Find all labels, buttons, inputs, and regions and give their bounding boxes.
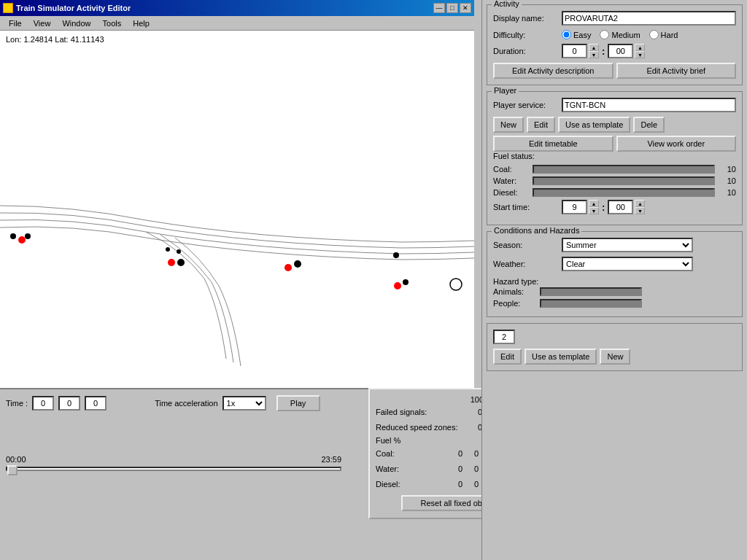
player-service-input[interactable] [562, 98, 736, 112]
start-time-hours-btns: ▲ ▼ [589, 200, 599, 214]
traffic-input[interactable] [493, 330, 515, 344]
start-time-hours-input[interactable] [562, 200, 587, 214]
coal-0b: 0 [465, 449, 479, 458]
animals-label: Animals: [493, 287, 537, 296]
play-button[interactable]: Play [276, 395, 320, 411]
menu-file[interactable]: File [3, 18, 28, 29]
timeline-thumb[interactable] [7, 465, 18, 475]
close-button[interactable]: ✕ [460, 3, 471, 13]
weather-label: Weather: [493, 260, 559, 268]
svg-point-6 [294, 260, 301, 268]
accel-label: Time acceleration [155, 399, 217, 408]
duration-row: Duration: ▲ ▼ : ▲ ▼ [493, 44, 736, 58]
water-0a: 0 [449, 464, 462, 473]
time-minutes-input[interactable]: 0 [58, 396, 80, 411]
difficulty-easy-radio[interactable] [562, 30, 571, 39]
duration-minutes-up[interactable]: ▲ [635, 44, 645, 51]
start-minutes-down[interactable]: ▼ [635, 207, 645, 214]
player-btn-row: New Edit Use as template Dele [493, 117, 736, 133]
timeline-labels: 00:00 23:59 [6, 455, 341, 464]
fo-fuel-label: Fuel % [376, 436, 463, 445]
water-fuel-row: Water: 10 [493, 176, 736, 185]
duration-minutes-input[interactable] [608, 44, 633, 58]
failed-signals-label: Failed signals: [376, 408, 463, 416]
fuel-status-label: Fuel status: [493, 152, 559, 160]
traffic-section: Edit Use as template New [487, 323, 743, 371]
difficulty-hard-label[interactable]: Hard [649, 30, 678, 39]
duration-hours-input[interactable] [562, 44, 587, 58]
water-row-label: Water: [376, 464, 446, 473]
traffic-new-btn[interactable]: New [600, 349, 630, 365]
people-label: People: [493, 299, 537, 308]
svg-point-4 [177, 259, 185, 266]
player-new-btn[interactable]: New [493, 117, 524, 133]
title-bar: Train Simulator Activity Editor — □ ✕ [0, 0, 474, 16]
app-icon [3, 3, 13, 13]
start-time-minutes-input[interactable] [608, 200, 633, 214]
duration-spinner: ▲ ▼ : ▲ ▼ [562, 44, 645, 58]
svg-point-10 [166, 247, 170, 252]
player-delete-btn[interactable]: Dele [633, 117, 665, 133]
timeline-end: 23:59 [321, 455, 341, 464]
water-slider[interactable] [533, 176, 715, 185]
diesel-fuel-row: Diesel: 10 [493, 188, 736, 197]
menu-tools[interactable]: Tools [97, 18, 128, 29]
player-edit-btn[interactable]: Edit [527, 117, 555, 133]
menu-window[interactable]: Window [56, 18, 96, 29]
time-seconds-input[interactable]: 0 [85, 396, 107, 411]
duration-minutes-down[interactable]: ▼ [635, 51, 645, 58]
animals-slider[interactable] [540, 287, 642, 296]
people-slider[interactable] [540, 299, 642, 308]
coal-0a: 0 [449, 449, 462, 458]
time-hours-input[interactable]: 0 [32, 396, 54, 411]
start-time-colon: : [602, 202, 605, 213]
difficulty-hard-radio[interactable] [649, 30, 659, 39]
start-hours-down[interactable]: ▼ [589, 207, 599, 214]
start-minutes-up[interactable]: ▲ [635, 200, 645, 207]
player-use-template-btn[interactable]: Use as template [558, 117, 630, 133]
difficulty-easy-label[interactable]: Easy [562, 30, 591, 39]
start-time-spinner: ▲ ▼ : ▲ ▼ [562, 200, 645, 214]
player-section-label: Player [492, 86, 519, 95]
view-work-order-btn[interactable]: View work order [616, 136, 737, 152]
player-service-label: Player service: [493, 101, 559, 109]
time-label: Time : [6, 399, 28, 408]
map-area[interactable]: Lon: 1.24814 Lat: 41.11143 [0, 31, 474, 388]
menu-help[interactable]: Help [127, 18, 155, 29]
reduced-speed-label: Reduced speed zones: [376, 423, 463, 432]
minimize-button[interactable]: — [433, 3, 445, 13]
time-row: Time : 0 0 0 Time acceleration 1x 2x 4x … [6, 395, 363, 411]
coal-row-label: Coal: [376, 449, 446, 458]
season-label: Season: [493, 241, 559, 249]
start-time-row: Start time: ▲ ▼ : ▲ ▼ [493, 200, 736, 214]
weather-select[interactable]: Clear Cloudy Rainy Snowy [562, 257, 693, 271]
accel-select[interactable]: 1x 2x 4x 8x [222, 396, 266, 411]
svg-point-1 [10, 233, 16, 239]
diesel-slider[interactable] [533, 188, 715, 197]
people-row: People: [493, 299, 736, 308]
season-select[interactable]: Summer Spring Autumn Winter [562, 238, 693, 252]
diesel-0a: 0 [449, 480, 462, 489]
duration-hours-down[interactable]: ▼ [589, 51, 599, 58]
difficulty-medium-radio[interactable] [600, 30, 609, 39]
display-name-label: Display name: [493, 14, 559, 23]
menu-view[interactable]: View [28, 18, 57, 29]
duration-hours-up[interactable]: ▲ [589, 44, 599, 51]
display-name-input[interactable] [562, 11, 736, 26]
edit-activity-brief-btn[interactable]: Edit Activity brief [616, 63, 737, 79]
title-text: Train Simulator Activity Editor [3, 3, 131, 13]
traffic-use-template-btn[interactable]: Use as template [525, 349, 597, 365]
coal-slider[interactable] [533, 165, 715, 174]
difficulty-medium-label[interactable]: Medium [600, 30, 640, 39]
water-fuel-label: Water: [493, 176, 530, 185]
traffic-edit-btn[interactable]: Edit [493, 349, 522, 365]
timeline-bar[interactable] [6, 467, 341, 471]
player-service-row: Player service: [493, 98, 736, 112]
edit-activity-desc-btn[interactable]: Edit Activity description [493, 63, 614, 79]
duration-colon: : [602, 46, 605, 57]
svg-point-5 [285, 264, 292, 271]
maximize-button[interactable]: □ [446, 3, 458, 13]
start-hours-up[interactable]: ▲ [589, 200, 599, 207]
traffic-field-row [493, 330, 736, 344]
edit-timetable-btn[interactable]: Edit timetable [493, 136, 614, 152]
